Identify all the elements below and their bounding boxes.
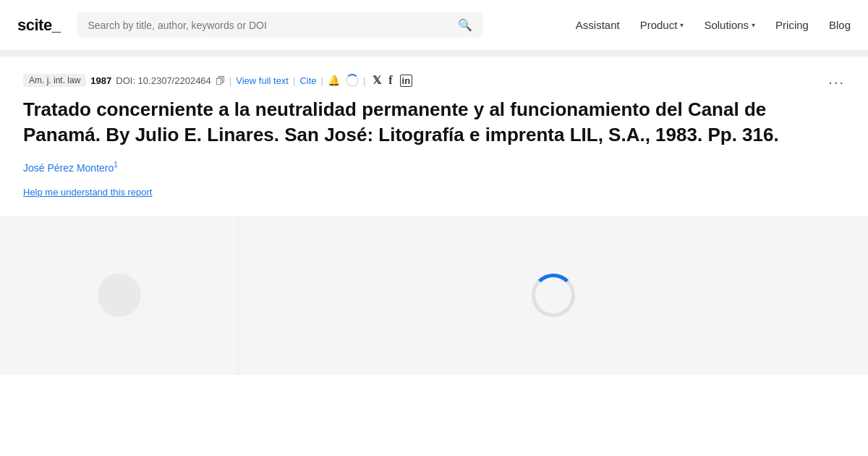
separator: | [229,75,231,86]
copy-icon[interactable]: 🗍 [216,75,225,86]
search-input[interactable] [88,20,452,31]
loading-indicator [532,274,575,317]
article-doi: DOI: 10.2307/2202464 [116,75,211,86]
logo[interactable]: scite_ [17,16,60,35]
navbar: scite_ 🔍 Assistant Product ▾ Solutions ▾… [0,0,868,51]
chevron-down-icon: ▾ [680,21,684,29]
author-superscript: 1 [114,161,118,169]
nav-item-assistant[interactable]: Assistant [576,19,620,31]
chevron-down-icon: ▾ [752,21,755,29]
journal-tag: Am. j. int. law [23,74,86,87]
more-options-button[interactable]: ··· [828,74,845,90]
view-full-text-link[interactable]: View full text [236,75,289,86]
search-bar[interactable]: 🔍 [77,12,482,38]
separator: | [293,75,295,86]
article-meta-row: Am. j. int. law 1987 DOI: 10.2307/220246… [23,74,845,87]
article-year: 1987 [90,75,111,86]
nav-item-pricing[interactable]: Pricing [775,19,809,31]
linkedin-icon[interactable]: in [400,75,413,87]
facebook-icon[interactable]: f [388,74,392,87]
section-divider [0,51,868,56]
circular-placeholder [98,274,141,317]
bell-icon[interactable]: 🔔 [328,75,340,86]
social-icons: 𝕏 f in [373,74,412,87]
search-icon: 🔍 [458,18,472,32]
nav-item-blog[interactable]: Blog [829,19,851,31]
bottom-right-panel [239,216,868,375]
twitter-icon[interactable]: 𝕏 [373,74,381,87]
nav-item-solutions[interactable]: Solutions ▾ [704,19,755,31]
bottom-section [0,216,868,375]
article-title: Tratado concerniente a la neutralidad pe… [23,97,819,148]
separator: | [363,75,365,86]
cite-link[interactable]: Cite [299,75,316,86]
bottom-left-panel [0,216,239,375]
separator: | [321,75,323,86]
article-content: ··· Am. j. int. law 1987 DOI: 10.2307/22… [0,56,868,216]
nav-links: Assistant Product ▾ Solutions ▾ Pricing … [576,19,851,31]
author-name: José Pérez Montero [23,162,114,174]
loading-spinner [346,74,359,87]
article-authors[interactable]: José Pérez Montero1 [23,161,845,174]
help-link[interactable]: Help me understand this report [23,187,152,198]
nav-item-product[interactable]: Product ▾ [640,19,684,31]
